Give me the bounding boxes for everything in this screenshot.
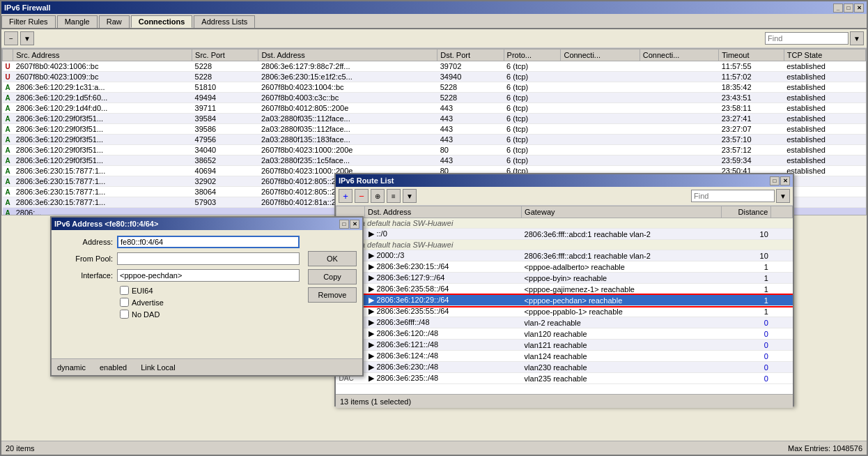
table-row[interactable]: A2806:3e6:120:29f0f3f51...479562a03:2880… bbox=[3, 135, 866, 145]
tab-mangle[interactable]: Mangle bbox=[57, 15, 98, 28]
list-item[interactable]: ::: Ruta default hacia SW-Huawei bbox=[336, 240, 793, 250]
find-input[interactable] bbox=[765, 32, 848, 45]
close-button[interactable]: ✕ bbox=[854, 3, 864, 13]
route-sort-button[interactable]: ≡ bbox=[387, 189, 401, 203]
filter-button[interactable]: ▼ bbox=[20, 31, 34, 45]
interface-row: Interface: bbox=[57, 269, 300, 282]
address-label: Address: bbox=[57, 238, 113, 246]
table-row[interactable]: A2806:3e6:120:29:1d5f:60...494942607f8b0… bbox=[3, 93, 866, 103]
route-titlebar: IPv6 Route List □ ✕ bbox=[336, 174, 793, 187]
route-remove-button[interactable]: − bbox=[355, 189, 369, 203]
list-item[interactable]: AS▶ 2000::/32806:3e6:fff::abcd:1 reachab… bbox=[336, 250, 793, 261]
minus-button[interactable]: − bbox=[4, 31, 18, 45]
list-item[interactable]: DAC▶ 2806:3e6:235::/48vlan235 reachable0 bbox=[336, 373, 793, 384]
route-header-row: Dst. Address Gateway Distance bbox=[336, 206, 793, 218]
address-input[interactable] bbox=[117, 236, 300, 248]
col-timeout: Timeout bbox=[719, 50, 784, 61]
route-titlebar-buttons: □ ✕ bbox=[770, 176, 790, 185]
dialog-close-button[interactable]: ✕ bbox=[350, 220, 359, 229]
from-pool-row: From Pool: bbox=[57, 252, 300, 265]
copy-button[interactable]: Copy bbox=[308, 269, 357, 284]
route-close-button[interactable]: ✕ bbox=[780, 176, 790, 185]
table-row[interactable]: A2806:3e6:120:29f0f3f51...386522a03:2880… bbox=[3, 155, 866, 166]
table-row[interactable]: A2806:3e6:120:29:1d4f:d0...397112607f8b0… bbox=[3, 103, 866, 114]
route-window: IPv6 Route List □ ✕ + − ⊕ ≡ ▼ ▼ Dst. Add… bbox=[334, 173, 794, 406]
list-item[interactable]: DAC▶ 2806:3e6fff::/48vlan-2 reachable0 bbox=[336, 317, 793, 328]
from-pool-input[interactable] bbox=[117, 252, 300, 265]
main-titlebar: IPv6 Firewall _ □ ✕ bbox=[1, 1, 867, 14]
route-row-selected[interactable]: DAS▶ 2806:3e6:120:29::/64<pppoe-pechdan>… bbox=[336, 295, 793, 306]
dialog-title: IPv6 Address <fe80::f0:4/64> bbox=[54, 220, 158, 228]
max-entries: Max Entries: 1048576 bbox=[788, 444, 862, 453]
route-items-count: 13 items (1 selected) bbox=[340, 397, 411, 406]
footer-enabled: enabled bbox=[100, 363, 127, 372]
route-copy-button[interactable]: ⊕ bbox=[371, 189, 385, 203]
route-filter-button[interactable]: ▼ bbox=[403, 189, 417, 203]
list-item[interactable]: AS▶ ::/02806:3e6:fff::abcd:1 reachable v… bbox=[336, 229, 793, 240]
table-row[interactable]: A2806:3e6:120:29f0f3f51...340402607f8b0:… bbox=[3, 145, 866, 155]
col-tcp-state: TCP State bbox=[784, 50, 865, 61]
main-toolbar: − ▼ ▼ bbox=[1, 29, 867, 48]
list-item[interactable]: DAS▶ 2806:3e6:235:55::/64<pppoe-ppablo-1… bbox=[336, 306, 793, 317]
route-table: Dst. Address Gateway Distance ::: Ruta d… bbox=[336, 206, 793, 384]
list-item[interactable]: ::: Ruta default hacia SW-Huawei bbox=[336, 218, 793, 229]
route-find-input[interactable] bbox=[691, 190, 775, 202]
table-row[interactable]: U2607f8b0:4023:1009::bc52282806:3e6:230:… bbox=[3, 72, 866, 82]
table-row[interactable]: A2806:3e6:120:29f0f3f51...395862a03:2880… bbox=[3, 124, 866, 135]
table-row[interactable]: A2806:3e6:120:29f0f3f51...395842a03:2880… bbox=[3, 114, 866, 124]
table-row[interactable]: U2607f8b0:4023:1006::bc52282806:3e6:127:… bbox=[3, 61, 866, 72]
route-minimize-button[interactable]: □ bbox=[770, 176, 780, 185]
route-add-button[interactable]: + bbox=[339, 189, 352, 203]
tab-raw[interactable]: Raw bbox=[99, 15, 130, 28]
tab-bar: Filter Rules Mangle Raw Connections Addr… bbox=[1, 14, 867, 29]
route-statusbar: 13 items (1 selected) bbox=[336, 394, 793, 408]
items-count: 20 items bbox=[6, 444, 35, 453]
eui64-row: EUI64 bbox=[120, 286, 300, 295]
list-item[interactable]: DAS▶ 2806:3e6:230:15::/64<pppoe-adalbert… bbox=[336, 261, 793, 273]
minimize-button[interactable]: _ bbox=[833, 3, 843, 13]
route-title: IPv6 Route List bbox=[339, 176, 394, 185]
col-extra bbox=[771, 206, 793, 218]
main-title: IPv6 Firewall bbox=[4, 3, 51, 12]
list-item[interactable]: DAC▶ 2806:3e6:121::/48vlan121 reachable0 bbox=[336, 340, 793, 351]
dialog-body: OK Copy Remove Address: From Pool: Inter… bbox=[52, 230, 362, 327]
advertise-checkbox[interactable] bbox=[120, 298, 129, 307]
table-row[interactable]: A2806:3e6:120:29:1c31:a...518102607f8b0:… bbox=[3, 82, 866, 93]
main-titlebar-buttons: _ □ ✕ bbox=[833, 3, 864, 13]
footer-dynamic: dynamic bbox=[57, 363, 86, 372]
col-src-address: Src. Address bbox=[13, 50, 192, 61]
col-distance: Distance bbox=[721, 206, 771, 218]
eui64-checkbox[interactable] bbox=[120, 286, 129, 295]
route-toolbar: + − ⊕ ≡ ▼ ▼ bbox=[336, 187, 793, 206]
remove-button[interactable]: Remove bbox=[308, 287, 357, 303]
tab-address-lists[interactable]: Address Lists bbox=[194, 15, 255, 28]
find-dropdown-button[interactable]: ▼ bbox=[850, 31, 864, 45]
dialog-titlebar: IPv6 Address <fe80::f0:4/64> □ ✕ bbox=[52, 218, 362, 230]
list-item[interactable]: DAC▶ 2806:3e6:120::/48vlan120 reachable0 bbox=[336, 328, 793, 340]
route-find-box: ▼ bbox=[691, 189, 790, 203]
ok-button[interactable]: OK bbox=[308, 251, 357, 266]
interface-input[interactable] bbox=[117, 269, 300, 282]
maximize-button[interactable]: □ bbox=[844, 3, 853, 13]
col-src-port: Src. Port bbox=[192, 50, 258, 61]
col-dst-port: Dst. Port bbox=[437, 50, 504, 61]
list-item[interactable]: DAC▶ 2806:3e6:230::/48vlan230 reachable0 bbox=[336, 362, 793, 373]
route-find-dropdown[interactable]: ▼ bbox=[776, 189, 790, 203]
dialog-action-buttons: OK Copy Remove bbox=[308, 251, 357, 303]
col-dst-address: Dst. Address bbox=[258, 50, 437, 61]
list-item[interactable]: DAS▶ 2806:3e6:127:9::/64<pppoe-byin> rea… bbox=[336, 273, 793, 284]
find-box: ▼ bbox=[765, 31, 864, 45]
no-dad-checkbox[interactable] bbox=[120, 310, 129, 319]
dialog-minimize-button[interactable]: □ bbox=[339, 220, 349, 229]
tab-connections[interactable]: Connections bbox=[131, 15, 193, 28]
list-item[interactable]: DAC▶ 2806:3e6:124::/48vlan124 reachable0 bbox=[336, 351, 793, 362]
list-item[interactable]: DAS▶ 2806:3e6:235:58::/64<pppoe-gajimene… bbox=[336, 284, 793, 295]
no-dad-row: No DAD bbox=[120, 310, 300, 319]
interface-label: Interface: bbox=[57, 271, 113, 280]
col-proto: Proto... bbox=[504, 50, 561, 61]
tab-filter-rules[interactable]: Filter Rules bbox=[1, 15, 56, 28]
col-conn1: Connecti... bbox=[561, 50, 640, 61]
main-statusbar: 20 items Max Entries: 1048576 bbox=[1, 441, 867, 455]
advertise-label: Advertise bbox=[132, 298, 164, 307]
eui64-label: EUI64 bbox=[132, 287, 153, 295]
